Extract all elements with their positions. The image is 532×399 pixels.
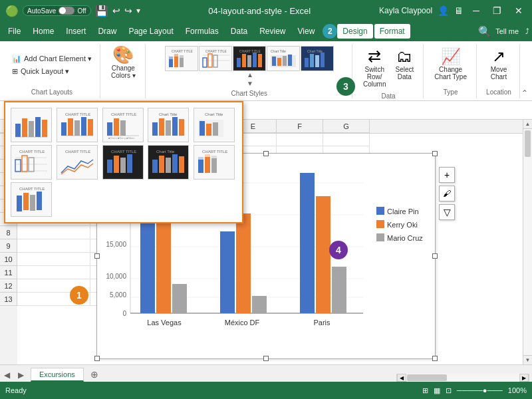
svg-rect-141 <box>127 154 132 173</box>
undo-btn[interactable]: ↩ <box>112 5 120 16</box>
layout-option-1[interactable] <box>11 108 52 142</box>
resize-handle-bl[interactable] <box>94 356 100 361</box>
move-chart-btn[interactable]: ↗ MoveChart <box>483 47 514 82</box>
menu-data[interactable]: Data <box>225 24 253 39</box>
menu-page-layout[interactable]: Page Layout <box>123 24 178 39</box>
menu-file[interactable]: File <box>3 24 26 39</box>
vertical-scrollbar[interactable]: ▲ ▼ <box>523 120 532 364</box>
cell-a11[interactable] <box>17 266 90 279</box>
chart-filters-btn[interactable]: ▽ <box>439 204 455 220</box>
quick-layout-btn[interactable]: ⊞ Quick Layout ▾ <box>9 66 94 77</box>
layout-option-6[interactable]: CHART TITLE <box>11 145 52 180</box>
switch-row-column-btn[interactable]: ⇄ SwitchRow/Column <box>359 47 390 90</box>
chart-style-8[interactable]: CHART TITLE <box>233 46 266 71</box>
chart-styles-scroll-down[interactable]: ▼ <box>247 80 253 87</box>
h-scroll-thumb[interactable] <box>407 374 447 381</box>
h-scroll-track[interactable] <box>406 374 519 382</box>
col-header-g[interactable]: G <box>323 120 370 133</box>
change-colors-btn[interactable]: 🎨 ChangeColors ▾ <box>107 44 140 81</box>
menu-home[interactable]: Home <box>27 24 59 39</box>
select-data-btn[interactable]: 🗂 SelectData <box>391 47 418 90</box>
share-icon[interactable]: 👤 <box>438 5 449 16</box>
cell-a10[interactable] <box>17 253 90 266</box>
add-sheet-btn[interactable]: ⊕ <box>85 367 104 382</box>
layout-option-5[interactable]: Chart Title <box>194 108 235 142</box>
share-btn[interactable]: ⤴ <box>525 27 529 35</box>
chart-style-9[interactable]: Chart Title <box>267 46 300 71</box>
chart-style-10[interactable]: Chart Title <box>301 46 334 71</box>
row-num-11[interactable]: 11 <box>0 266 17 279</box>
autosave-toggle[interactable]: AutoSave Off <box>23 5 91 16</box>
ribbon-display[interactable]: 🖥 <box>454 5 464 16</box>
page-layout-btn[interactable]: ▦ <box>434 386 440 395</box>
menu-view[interactable]: View <box>293 24 321 39</box>
scroll-thumb[interactable] <box>525 130 531 157</box>
autosave-toggle-switch[interactable] <box>59 7 74 15</box>
svg-rect-43 <box>213 55 217 67</box>
scroll-left-btn[interactable]: ◀ <box>397 374 406 382</box>
menu-review[interactable]: Review <box>254 24 291 39</box>
redo-btn[interactable]: ↪ <box>124 5 132 16</box>
scroll-track[interactable] <box>523 129 532 355</box>
nav-left-btn[interactable]: ◀ <box>0 368 14 382</box>
scroll-up-btn[interactable]: ▲ <box>523 120 532 129</box>
minimize-btn[interactable]: ─ <box>469 4 483 17</box>
menu-design[interactable]: Design <box>337 24 372 39</box>
resize-handle-bc[interactable] <box>263 356 269 361</box>
row-num-13[interactable]: 13 <box>0 293 17 306</box>
layout-option-3[interactable]: CHART TITLE■Claire ■Kerry ■Mario <box>102 108 144 142</box>
chart-styles-scroll-up[interactable]: ▲ <box>247 71 253 78</box>
cell-a8[interactable] <box>17 226 90 239</box>
chart-elements-btn[interactable]: + <box>439 167 455 183</box>
save-icon[interactable]: 💾 <box>95 5 108 17</box>
layout-option-4[interactable]: Chart Title <box>148 108 189 142</box>
scroll-right-btn[interactable]: ▶ <box>519 374 529 382</box>
svg-rect-46 <box>237 58 241 67</box>
col-header-f[interactable]: F <box>277 120 323 133</box>
sheet-tab-excursions[interactable]: Excursions <box>31 368 84 382</box>
layout-option-8[interactable]: CHART TITLE <box>102 145 144 180</box>
page-break-btn[interactable]: ⊡ <box>446 386 452 395</box>
menu-draw[interactable]: Draw <box>92 24 122 39</box>
chart-style-7[interactable]: CHART TITLE <box>199 46 232 71</box>
change-chart-type-btn[interactable]: 📈 ChangeChart Type <box>430 47 471 82</box>
chart-styles-btn[interactable]: 🖌 <box>439 186 455 201</box>
search-icon[interactable]: 🔍 <box>478 25 491 38</box>
add-chart-element-btn[interactable]: 📊 Add Chart Element ▾ <box>9 53 94 65</box>
close-btn[interactable]: ✕ <box>511 4 527 17</box>
resize-handle-tr[interactable] <box>432 151 438 156</box>
restore-btn[interactable]: ❐ <box>489 4 505 17</box>
resize-handle-mr[interactable] <box>432 253 438 259</box>
layout-option-11[interactable]: CHART TITLE <box>11 182 52 217</box>
svg-rect-127 <box>213 122 218 136</box>
svg-text:Paris: Paris <box>313 319 331 327</box>
row-num-8[interactable]: 8 <box>0 226 17 239</box>
resize-handle-ml[interactable] <box>94 253 100 259</box>
layout-option-7[interactable]: CHART TITLE <box>57 145 98 180</box>
scroll-down-btn[interactable]: ▼ <box>523 355 532 364</box>
cell-f1[interactable] <box>277 133 323 146</box>
cell-a9[interactable] <box>17 239 90 253</box>
cell-g1[interactable] <box>323 133 370 146</box>
resize-handle-tc[interactable] <box>263 151 269 156</box>
resize-handle-br[interactable] <box>432 356 438 361</box>
tell-me[interactable]: Tell me <box>495 27 519 35</box>
layout-option-10[interactable]: CHART TITLE <box>194 145 235 180</box>
ribbon-collapse-btn[interactable]: ⌃ <box>521 88 528 100</box>
horizontal-scrollbar[interactable]: ◀ ▶ <box>396 374 529 382</box>
normal-view-btn[interactable]: ⊞ <box>422 386 428 395</box>
svg-rect-102 <box>42 120 47 137</box>
row-num-10[interactable]: 10 <box>0 253 17 266</box>
chart-style-6[interactable]: CHART TITLE <box>165 46 198 71</box>
nav-right-btn[interactable]: ▶ <box>14 368 28 382</box>
svg-text:CHART TITLE: CHART TITLE <box>65 150 90 154</box>
row-num-9[interactable]: 9 <box>0 239 17 253</box>
row-num-12[interactable]: 12 <box>0 279 17 293</box>
layout-option-2[interactable]: CHART TITLE <box>57 108 98 142</box>
zoom-slider[interactable]: ─────●─── <box>457 386 503 394</box>
menu-format[interactable]: Format <box>374 24 410 39</box>
menu-formulas[interactable]: Formulas <box>180 24 224 39</box>
layout-option-9[interactable]: Chart Title <box>148 145 189 180</box>
more-commands[interactable]: ▾ <box>136 6 140 15</box>
menu-insert[interactable]: Insert <box>61 24 91 39</box>
